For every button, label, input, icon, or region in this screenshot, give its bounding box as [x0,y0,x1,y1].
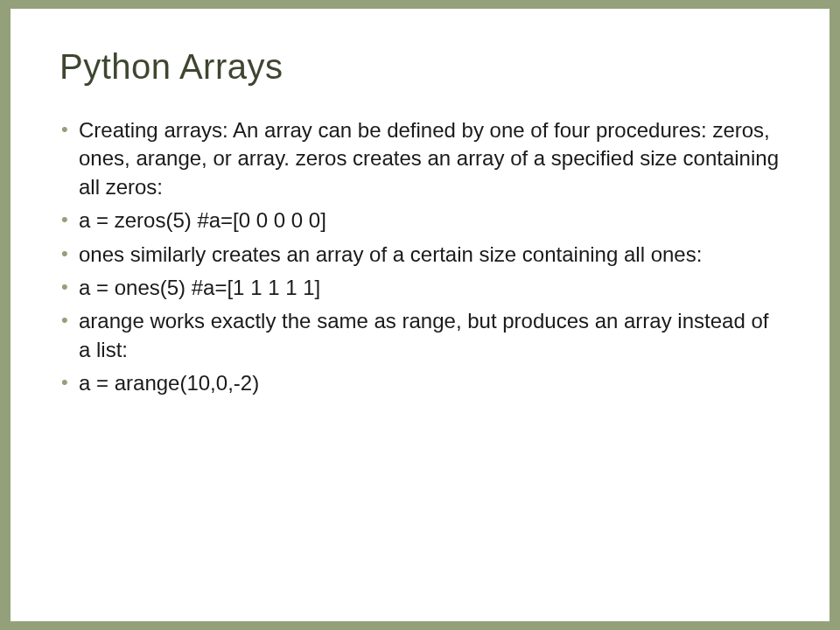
slide: Python Arrays Creating arrays: An array … [10,9,830,621]
slide-title: Python Arrays [60,47,780,87]
list-item: arange works exactly the same as range, … [60,307,780,364]
list-item: a = arange(10,0,-2) [60,369,780,397]
list-item: Creating arrays: An array can be defined… [60,116,780,201]
list-item: ones similarly creates an array of a cer… [60,241,780,269]
list-item: a = zeros(5) #a=[0 0 0 0 0] [60,206,780,234]
list-item: a = ones(5) #a=[1 1 1 1 1] [60,274,780,302]
bullet-list: Creating arrays: An array can be defined… [60,116,780,398]
